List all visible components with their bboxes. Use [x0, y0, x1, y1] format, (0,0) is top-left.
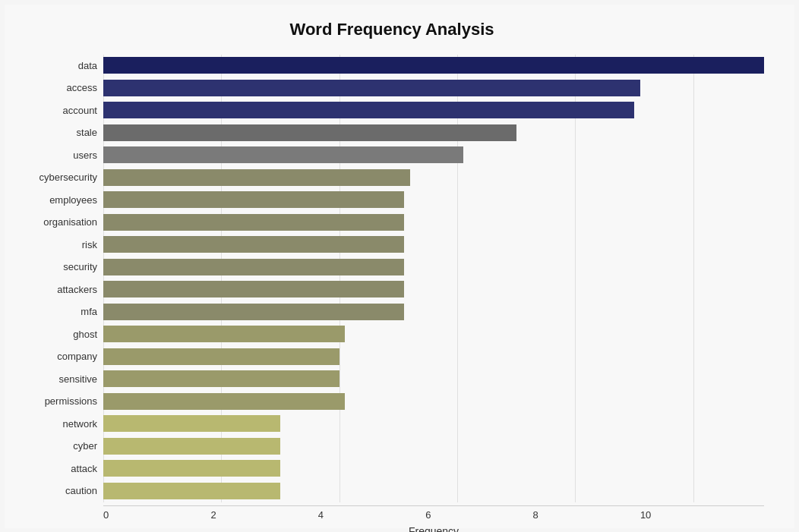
y-label: attackers	[20, 279, 97, 299]
chart-title: Word Frequency Analysis	[20, 20, 764, 39]
bar	[103, 259, 404, 275]
grid-line	[693, 55, 694, 502]
bar	[103, 236, 404, 253]
bar	[103, 102, 634, 118]
bar-row	[103, 235, 764, 254]
bar-row	[103, 190, 764, 209]
bar	[103, 326, 345, 342]
y-label: network	[20, 414, 97, 433]
bar-row	[103, 55, 764, 75]
bar-row	[103, 123, 764, 143]
y-label: cybersecurity	[20, 168, 97, 187]
y-label: permissions	[20, 392, 97, 411]
y-label: account	[20, 100, 97, 120]
x-tick: 8	[533, 509, 538, 521]
bar	[103, 281, 404, 297]
bar-row	[103, 145, 764, 165]
bar	[103, 57, 764, 74]
y-label: mfa	[20, 302, 97, 322]
bar-row	[103, 347, 764, 367]
bar-row	[103, 436, 764, 456]
chart-area: dataaccessaccountstaleuserscybersecurity…	[20, 55, 764, 502]
y-label: employees	[20, 190, 97, 209]
bar-row	[103, 369, 764, 389]
bar	[103, 191, 404, 208]
grid-line	[103, 55, 104, 502]
y-label: caution	[20, 481, 97, 501]
y-label: organisation	[20, 212, 97, 232]
bar-row	[103, 279, 764, 299]
x-tick: 10	[640, 509, 651, 521]
x-tick: 4	[318, 509, 324, 521]
bar-row	[103, 458, 764, 478]
y-label: attack	[20, 458, 97, 478]
bar	[103, 415, 280, 432]
bar-row	[103, 100, 764, 120]
x-tick: 2	[210, 509, 216, 521]
bar-row	[103, 257, 764, 277]
bar-row	[103, 302, 764, 322]
chart-container: Word Frequency Analysis dataaccessaccoun…	[5, 5, 794, 528]
bar	[103, 460, 280, 477]
y-label: security	[20, 257, 97, 277]
bar	[103, 80, 640, 96]
bar	[103, 348, 339, 365]
grid-line	[339, 55, 340, 502]
bar	[103, 370, 339, 387]
bar-row	[103, 168, 764, 187]
bar	[103, 483, 280, 499]
y-label: stale	[20, 123, 97, 143]
y-label: sensitive	[20, 369, 97, 389]
bar-row	[103, 212, 764, 232]
x-tick: 6	[425, 509, 431, 521]
y-label: cyber	[20, 436, 97, 456]
grid-line	[221, 55, 222, 502]
bar	[103, 438, 280, 455]
bar	[103, 214, 404, 231]
bar	[103, 124, 516, 141]
bar	[103, 393, 345, 410]
grid-line	[575, 55, 576, 502]
grid-line	[457, 55, 458, 502]
y-label: data	[20, 55, 97, 75]
y-axis: dataaccessaccountstaleuserscybersecurity…	[20, 55, 103, 502]
bar	[103, 304, 404, 320]
y-label: access	[20, 78, 97, 98]
bar-row	[103, 324, 764, 344]
x-axis-line	[103, 505, 764, 506]
y-label: users	[20, 145, 97, 165]
bar-row	[103, 481, 764, 501]
bar	[103, 169, 410, 186]
x-axis-label: Frequency	[103, 525, 764, 533]
y-label: ghost	[20, 324, 97, 344]
y-label: risk	[20, 235, 97, 254]
bar-row	[103, 414, 764, 433]
bars-section	[103, 55, 764, 502]
x-tick: 0	[103, 509, 109, 521]
y-label: company	[20, 347, 97, 367]
bar-row	[103, 78, 764, 98]
bar-row	[103, 392, 764, 411]
bar	[103, 146, 463, 163]
x-ticks: 024681011	[103, 509, 764, 521]
